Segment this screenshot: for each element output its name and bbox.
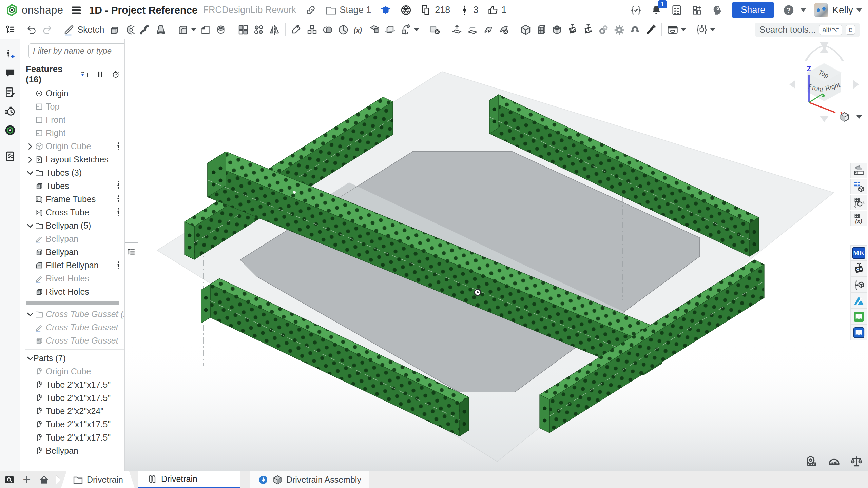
toolbar-gear-button[interactable] <box>612 22 627 37</box>
likes-counter[interactable]: 1 <box>487 4 506 16</box>
feature-row-parts-7[interactable]: Parts (7) <box>20 352 124 365</box>
help-menu[interactable]: ? <box>783 4 806 16</box>
feature-row-tube-2-x1-x17-5[interactable]: Tube 2"x1"x17.5" <box>20 391 124 405</box>
toolbar-transform-button[interactable] <box>398 22 421 37</box>
toolbar-robot-b-button[interactable] <box>580 22 596 37</box>
drag-handle-icon[interactable] <box>116 181 120 191</box>
feature-row-tube-2-x1-x17-5[interactable]: Tube 2"x1"x17.5" <box>20 418 124 431</box>
feature-row-fillet-bellypan[interactable]: Fillet Bellypan <box>20 259 124 272</box>
right-rail-config-table-button[interactable] <box>850 179 867 194</box>
toolbar-boolean-button[interactable] <box>304 22 320 37</box>
onshape-brand[interactable]: onshape <box>0 4 63 17</box>
left-rail-onshape-badge-button[interactable] <box>0 121 20 140</box>
toolbar-revolve-button[interactable] <box>122 22 137 37</box>
toolbar-name-tag-button[interactable] <box>665 22 688 37</box>
left-rail-insert-new-button[interactable] <box>0 45 20 64</box>
right-rail-mkcad-button[interactable]: MK <box>850 245 867 261</box>
left-rail-comments-button[interactable] <box>0 64 20 83</box>
avatar[interactable] <box>814 3 828 17</box>
display-mode-button[interactable] <box>839 111 862 123</box>
versions-counter[interactable]: 3 <box>459 4 478 16</box>
toolbar-circular-pattern-button[interactable] <box>251 22 267 37</box>
feature-row-rivet-holes[interactable]: Rivet Holes <box>20 272 124 285</box>
chevron-down-icon[interactable] <box>24 169 33 177</box>
toolbar-sketch-button[interactable]: Sketch <box>61 22 106 37</box>
drag-handle-icon[interactable] <box>116 208 120 218</box>
copy-link-button[interactable] <box>305 4 316 16</box>
protractor-button[interactable] <box>827 455 841 468</box>
chevron-right-icon[interactable] <box>24 155 33 164</box>
feature-row-tubes[interactable]: Tubes <box>20 179 124 193</box>
toolbar-hole-button[interactable] <box>213 22 229 37</box>
home-tab-button[interactable] <box>35 471 54 488</box>
feature-row-tube-2-x2-x24[interactable]: Tube 2"x2"x24" <box>20 405 124 418</box>
tasks-button[interactable] <box>671 4 682 16</box>
toolbar-tube-button[interactable] <box>549 22 565 37</box>
viewport-3d[interactable]: Top Front Right Z X (x)MK <box>125 39 868 471</box>
toolbar-fs-cube-button[interactable] <box>694 22 717 37</box>
toolbar-revolve-section-button[interactable] <box>335 22 351 37</box>
featurescript-status-button[interactable] <box>630 4 642 16</box>
toolbar-move-face-button[interactable] <box>480 22 496 37</box>
right-rail-triangle-app-button[interactable] <box>850 293 867 309</box>
right-rail-derived-cube-button[interactable] <box>850 277 867 293</box>
right-rail-config-variables-button[interactable]: (x) <box>850 211 867 226</box>
toolbar-toolbox-button[interactable] <box>627 22 643 37</box>
right-rail-robot-helper-button[interactable] <box>850 261 867 277</box>
new-tab-button[interactable]: + <box>19 471 35 488</box>
feature-row-frame-tubes[interactable]: Frame Tubes <box>20 193 124 206</box>
left-rail-notes-button[interactable] <box>0 83 20 102</box>
toolbar-split-face-button[interactable] <box>367 22 382 37</box>
feature-row-front[interactable]: Front <box>20 113 124 126</box>
model-scene[interactable] <box>125 39 868 471</box>
chevron-right-icon[interactable] <box>24 142 33 151</box>
tab-partstudio-drivetrain[interactable]: Drivetrain <box>138 471 240 488</box>
tab-assembly-drivetrain[interactable]: Drivetrain Assembly <box>250 471 369 488</box>
toolbar-belt-button[interactable] <box>596 22 612 37</box>
feature-row-cross-tube-gusset[interactable]: Cross Tube Gusset <box>20 321 124 334</box>
toolbar-fillet-button[interactable] <box>175 22 198 37</box>
chevron-down-icon[interactable] <box>24 354 33 363</box>
right-rail-config-derived-button[interactable] <box>850 195 867 210</box>
notifications-button[interactable]: 1 <box>651 4 662 16</box>
tab-folder-drivetrain[interactable]: Drivetrain <box>61 471 135 488</box>
ai-advisor-button[interactable] <box>712 4 723 16</box>
toolbar-linear-pattern-button[interactable] <box>235 22 251 37</box>
toolbar-variable-button[interactable]: (x) <box>351 22 367 37</box>
left-rail-history-button[interactable] <box>0 102 20 121</box>
feature-row-origin[interactable]: Origin <box>20 87 124 100</box>
feature-row-layout-sketches[interactable]: Layout Sketches <box>20 153 124 166</box>
toolbar-split-button[interactable] <box>382 22 398 37</box>
toolbar-sweep-button[interactable] <box>137 22 153 37</box>
feature-row-bellypan-5[interactable]: Bellypan (5) <box>20 219 124 232</box>
feature-row-cross-tube-gusset[interactable]: Cross Tube Gusset <box>20 334 124 347</box>
drag-handle-icon[interactable] <box>116 260 120 271</box>
feature-row-tubes-3[interactable]: Tubes (3) <box>20 166 124 179</box>
toolbar-flatten-button[interactable] <box>465 22 480 37</box>
drag-handle-icon[interactable] <box>116 194 120 204</box>
filter-input[interactable] <box>28 43 125 58</box>
feature-row-tube-2-x1-x17-5[interactable]: Tube 2"x1"x17.5" <box>20 378 124 391</box>
toolbar-delete-face-button[interactable] <box>496 22 512 37</box>
feature-row-origin-cube[interactable]: Origin Cube <box>20 365 124 378</box>
pause-updates-icon[interactable] <box>96 69 104 79</box>
right-rail-appearances-button[interactable] <box>850 163 867 178</box>
toolbar-chamfer-button[interactable] <box>198 22 213 37</box>
toolbar-marker-button[interactable] <box>643 22 658 37</box>
right-rail-library-green-button[interactable] <box>850 309 867 325</box>
feature-row-bellypan[interactable]: Bellypan <box>20 232 124 246</box>
chevron-down-icon[interactable] <box>24 221 33 230</box>
workspace-selector[interactable]: Stage 1 <box>325 4 371 16</box>
feature-row-rivet-holes[interactable]: Rivet Holes <box>20 285 124 298</box>
toolbar-grid-cube-button[interactable] <box>534 22 549 37</box>
feature-row-origin-cube[interactable]: Origin Cube <box>20 140 124 153</box>
share-button[interactable]: Share <box>732 2 774 18</box>
search-tools[interactable]: Search tools... alt/⌥ c <box>755 23 860 37</box>
toolbar-loft-button[interactable] <box>153 22 169 37</box>
feature-row-right[interactable]: Right <box>20 126 124 140</box>
right-rail-library-blue-button[interactable] <box>850 325 867 340</box>
chevron-down-icon[interactable] <box>24 310 33 319</box>
tape-measure-button[interactable] <box>805 455 818 468</box>
user-menu-caret-icon[interactable] <box>856 8 862 12</box>
left-rail-feature-list-button[interactable] <box>0 20 20 39</box>
